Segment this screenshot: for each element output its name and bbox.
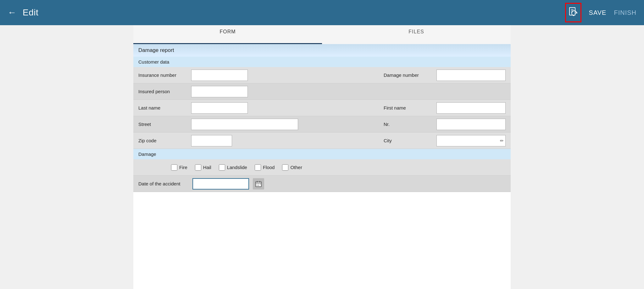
nr-input[interactable] <box>436 119 506 130</box>
city-wrapper: ✏ <box>436 135 506 146</box>
flood-checkbox-group: Flood <box>255 164 275 171</box>
name-row: Last name First name <box>133 100 511 116</box>
city-edit-icon: ✏ <box>500 138 504 143</box>
flood-checkbox[interactable] <box>255 164 261 171</box>
damage-types-row: Fire Hail Landslide Flood Other <box>133 159 511 176</box>
svg-rect-7 <box>260 184 261 184</box>
flood-label: Flood <box>263 165 275 170</box>
back-button[interactable]: ← <box>8 8 16 18</box>
form-section-header: Damage report <box>133 44 511 57</box>
damage-number-input[interactable] <box>436 70 506 81</box>
tab-files[interactable]: FILES <box>322 24 511 44</box>
nr-label: Nr. <box>384 122 434 127</box>
other-checkbox[interactable] <box>282 164 288 171</box>
zip-city-row: Zip code City ✏ <box>133 133 511 149</box>
svg-rect-9 <box>258 185 259 186</box>
hail-label: Hail <box>203 165 211 170</box>
hail-checkbox[interactable] <box>195 164 201 171</box>
save-button[interactable]: SAVE <box>589 9 607 16</box>
first-name-input[interactable] <box>436 102 506 114</box>
insured-person-row: Insured person <box>133 83 511 100</box>
hail-checkbox-group: Hail <box>195 164 211 171</box>
insurance-damage-row: Insurance number Damage number <box>133 67 511 83</box>
svg-rect-5 <box>257 184 258 184</box>
city-label: City <box>384 138 434 143</box>
last-name-input[interactable] <box>191 102 248 114</box>
landslide-checkbox-group: Landslide <box>219 164 247 171</box>
insurance-number-input[interactable] <box>191 70 248 81</box>
other-label: Other <box>290 165 302 170</box>
tab-form[interactable]: FORM <box>133 24 322 44</box>
calendar-icon <box>255 181 262 187</box>
street-input[interactable] <box>191 119 298 130</box>
damage-number-label: Damage number <box>384 72 434 78</box>
finish-button[interactable]: FINISH <box>614 9 636 16</box>
zip-code-label: Zip code <box>138 138 189 143</box>
insurance-number-label: Insurance number <box>138 72 189 78</box>
first-name-label: First name <box>384 105 434 110</box>
zip-code-input[interactable] <box>191 135 232 146</box>
street-label: Street <box>138 122 189 127</box>
tabs: FORM FILES <box>133 25 511 44</box>
fire-checkbox-group: Fire <box>171 164 187 171</box>
customer-data-header: Customer data <box>133 57 511 67</box>
svg-rect-8 <box>257 185 258 186</box>
page-title: Edit <box>23 8 565 18</box>
insured-person-input[interactable] <box>191 86 248 97</box>
insured-person-label: Insured person <box>138 89 189 94</box>
landslide-checkbox[interactable] <box>219 164 225 171</box>
last-name-label: Last name <box>138 105 189 110</box>
landslide-label: Landslide <box>227 165 247 170</box>
date-of-accident-label: Date of the accident <box>138 181 189 186</box>
damage-header: Damage <box>133 149 511 159</box>
header-actions: SAVE FINISH <box>565 3 636 22</box>
reset-icon <box>569 7 578 18</box>
date-of-accident-input[interactable] <box>192 178 249 190</box>
header: ← Edit SAVE FINISH <box>0 0 644 25</box>
city-input[interactable] <box>436 135 506 146</box>
form-container: Damage report Customer data Insurance nu… <box>133 44 511 192</box>
reset-icon-button[interactable] <box>565 3 581 22</box>
date-of-accident-row: Date of the accident <box>133 176 511 192</box>
street-row: Street Nr. <box>133 116 511 133</box>
svg-rect-6 <box>258 184 259 184</box>
main-content: FORM FILES Damage report Customer data I… <box>133 25 511 289</box>
fire-label: Fire <box>179 165 187 170</box>
calendar-button[interactable] <box>253 178 264 190</box>
fire-checkbox[interactable] <box>171 164 177 171</box>
other-checkbox-group: Other <box>282 164 302 171</box>
